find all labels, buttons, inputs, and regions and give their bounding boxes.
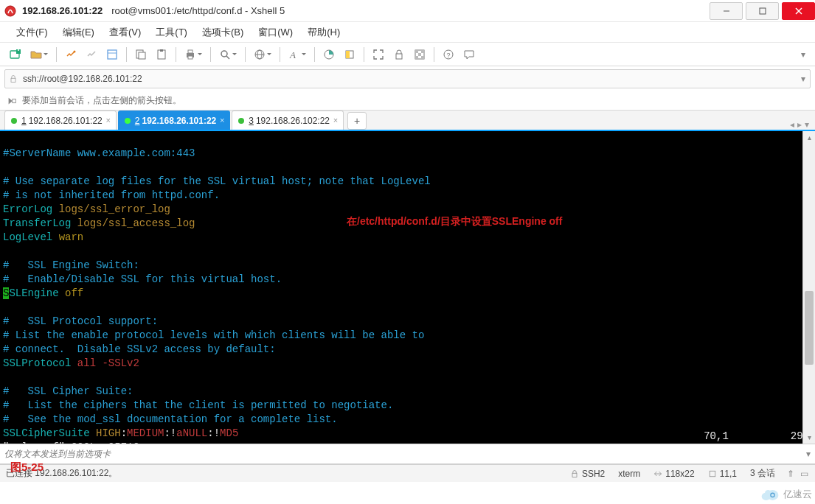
tab-nav-right-icon[interactable]: ▸: [797, 119, 802, 130]
status-dot-icon: [125, 118, 131, 124]
copy-icon[interactable]: [131, 45, 150, 64]
term-line: # Use separate log files for the SSL vir…: [3, 175, 431, 187]
new-session-icon[interactable]: [6, 45, 25, 64]
font-icon[interactable]: A: [285, 45, 310, 64]
menu-file[interactable]: 文件(F): [9, 23, 55, 42]
session-tab-3[interactable]: 3 192.168.26.102:22 ×: [232, 111, 344, 130]
status-up-icon[interactable]: ⇑: [785, 469, 796, 479]
scroll-up-icon[interactable]: ▴: [803, 131, 815, 144]
feedback-icon[interactable]: [459, 45, 479, 64]
session-tab-2[interactable]: 2 192.168.26.101:22 ×: [118, 111, 230, 130]
encoding-icon[interactable]: [250, 45, 275, 64]
minimize-button[interactable]: [710, 2, 743, 20]
properties-icon[interactable]: [103, 45, 122, 64]
scroll-track[interactable]: [803, 144, 815, 431]
hint-strip: 要添加当前会话，点击左侧的箭头按钮。: [0, 91, 815, 111]
terminal-container: #ServerName www.example.com:443 # Use se…: [0, 131, 815, 444]
menu-tabs[interactable]: 选项卡(B): [195, 23, 251, 42]
term-line: # is not inherited from httpd.conf.: [3, 189, 220, 201]
tab-label: 192.168.26.102:22: [256, 116, 330, 126]
svg-rect-33: [415, 56, 418, 59]
print-icon[interactable]: [181, 45, 206, 64]
find-icon[interactable]: [215, 45, 240, 64]
term-line: # connect. Disable SSLv2 access by defau…: [3, 343, 276, 355]
toolbar-overflow-icon[interactable]: ▾: [797, 43, 809, 66]
session-tab-bar: 1 192.168.26.101:22 × 2 192.168.26.101:2…: [0, 111, 815, 131]
tab-nav-left-icon[interactable]: ◂: [790, 119, 794, 130]
term-fileinfo: "ssl.conf" 220L, 9571C: [3, 441, 139, 444]
watermark-logo: 亿速云: [760, 488, 812, 501]
lock-icon[interactable]: [389, 45, 409, 64]
term-val: warn: [59, 231, 84, 243]
term-key: ErrorLog: [3, 203, 52, 215]
tab-number: 3: [249, 116, 254, 126]
compose-bar: ▾: [0, 444, 815, 464]
paste-icon[interactable]: [152, 45, 171, 64]
fullscreen-icon[interactable]: [369, 45, 388, 64]
status-nav-icons: ⇑ ▭: [785, 469, 809, 479]
terminal-scrollbar[interactable]: ▴ ▾: [802, 131, 815, 444]
term-val: MD5: [220, 427, 238, 439]
transparency-icon[interactable]: [410, 45, 429, 64]
title-bar: 192.168.26.101:22 root@vms001:/etc/httpd…: [0, 0, 815, 22]
menu-help[interactable]: 帮助(H): [300, 23, 347, 42]
toolbar-separator: [176, 47, 176, 62]
svg-rect-37: [11, 78, 15, 82]
status-connection: 已连接 192.168.26.101:22。: [6, 467, 557, 480]
close-button[interactable]: [782, 2, 815, 20]
svg-rect-31: [421, 50, 424, 53]
status-dot-icon: [238, 118, 244, 124]
svg-rect-38: [13, 99, 15, 102]
open-session-icon[interactable]: [27, 45, 52, 64]
title-path: root@vms001:/etc/httpd/conf.d - Xshell 5: [111, 5, 285, 16]
status-down-icon[interactable]: ▭: [799, 469, 809, 479]
menu-tools[interactable]: 工具(T): [148, 23, 195, 42]
app-icon: [4, 5, 16, 17]
add-session-arrow-icon[interactable]: [6, 95, 18, 107]
scroll-thumb[interactable]: [805, 291, 814, 365]
highlight-icon[interactable]: [340, 45, 359, 64]
toolbar-separator: [210, 47, 211, 62]
compose-dropdown-icon[interactable]: ▾: [806, 449, 811, 459]
scroll-down-icon[interactable]: ▾: [803, 431, 815, 444]
toolbar-separator: [434, 47, 434, 62]
session-tab-1[interactable]: 1 192.168.26.101:22 ×: [4, 111, 117, 130]
term-line: # SSL Protocol support:: [3, 315, 158, 327]
address-dropdown-icon[interactable]: ▾: [797, 74, 810, 84]
tab-close-icon[interactable]: ×: [218, 116, 226, 125]
reconnect-icon[interactable]: [61, 45, 80, 64]
term-line: # List the enable protocol levels with w…: [3, 329, 424, 341]
menu-edit[interactable]: 编辑(E): [55, 23, 102, 42]
maximize-button[interactable]: [746, 2, 779, 20]
toolbar-separator: [245, 47, 246, 62]
color-scheme-icon[interactable]: [319, 45, 339, 64]
status-session-count: 3 会话: [750, 467, 775, 480]
term-key: LogLevel: [3, 231, 52, 243]
address-input[interactable]: [21, 71, 797, 87]
menu-window[interactable]: 窗口(W): [251, 23, 300, 42]
term-key: SSLProtocol: [3, 357, 71, 369]
status-term-type: xterm: [618, 469, 640, 479]
tab-number: 2: [135, 116, 140, 126]
toolbar: A ? ▾: [0, 43, 815, 66]
title-host: 192.168.26.101:22: [22, 5, 103, 16]
svg-rect-30: [415, 50, 418, 53]
tab-close-icon[interactable]: ×: [331, 116, 340, 125]
help-icon[interactable]: ?: [439, 45, 458, 64]
tab-nav-menu-icon[interactable]: ▾: [805, 119, 809, 130]
menu-view[interactable]: 查看(V): [102, 23, 148, 42]
term-line: #ServerName www.example.com:443: [3, 147, 195, 159]
compose-input[interactable]: [4, 449, 806, 459]
status-size: 118x22: [653, 469, 694, 479]
toolbar-separator: [126, 47, 127, 62]
svg-rect-18: [188, 56, 193, 59]
window-controls: [707, 2, 815, 20]
hint-text: 要添加当前会话，点击左侧的箭头按钮。: [22, 94, 181, 107]
disconnect-icon[interactable]: [82, 45, 101, 64]
term-key: SLEngine: [9, 287, 58, 299]
add-tab-button[interactable]: +: [347, 112, 367, 130]
terminal[interactable]: #ServerName www.example.com:443 # Use se…: [0, 131, 815, 444]
term-val: all -SSLv2: [77, 357, 139, 369]
svg-text:A: A: [289, 49, 296, 60]
tab-close-icon[interactable]: ×: [104, 116, 113, 125]
